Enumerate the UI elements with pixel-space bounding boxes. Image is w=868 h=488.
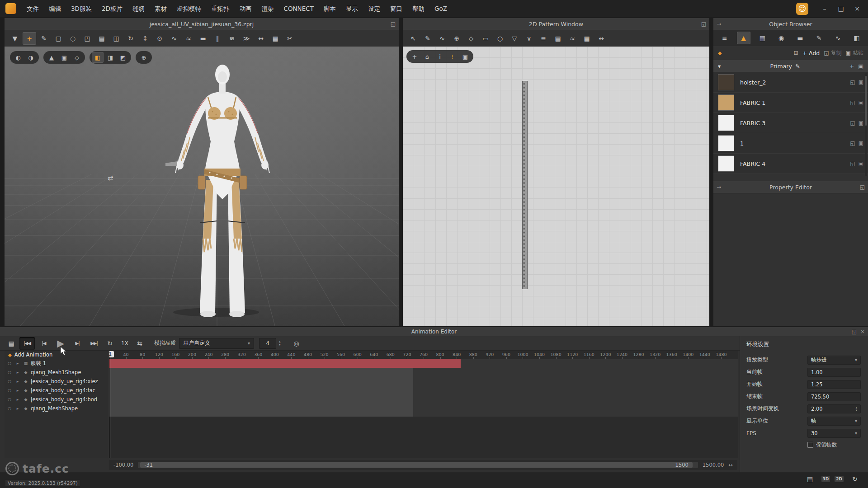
wind-tool[interactable]: ≫ [240,32,253,45]
toggle-3d-window[interactable]: 3D [821,476,830,482]
menu-item-CONNECT[interactable]: CONNECT [278,0,318,17]
step-back-button[interactable]: |◀ [36,337,52,350]
free-sewing-tool[interactable]: ≈ [182,32,195,45]
tab-fabric[interactable]: ▦ [755,32,769,44]
maximize-button[interactable]: □ [834,2,848,15]
minimize-button[interactable]: – [817,2,832,15]
dock-icon[interactable]: ◱ [860,184,865,190]
track-row[interactable]: ○▸◆qiang_MeshShape [5,404,108,413]
mesh-icon[interactable]: ◆ [23,369,29,375]
menu-item-显示[interactable]: 显示 [341,0,363,17]
stats-panel-icon[interactable]: ▤ [803,473,817,485]
pattern-info-icon[interactable]: i [434,51,446,62]
section-expander-icon[interactable]: ▾ [718,63,721,70]
tab-pen[interactable]: ✎ [812,32,826,44]
loop-button[interactable]: ↻ [103,337,117,350]
add-button[interactable]: + Add [802,50,820,56]
menu-item-文件[interactable]: 文件 [22,0,44,17]
collapse-panel-icon[interactable]: → [717,21,721,27]
transform-pattern-tool[interactable]: ↖ [406,32,420,45]
save-item-icon[interactable]: ▣ [859,79,863,85]
tab-stitch[interactable]: ▬ [793,32,807,44]
visibility-toggle-icon[interactable]: ○ [6,378,13,385]
copy-button[interactable]: ◱ 复制 [824,49,841,57]
warning-icon[interactable]: ! [447,51,458,62]
folder-icon[interactable]: ▣ [858,63,863,70]
expand-arrow-icon[interactable]: ▸ [14,405,21,412]
visibility-toggle-icon[interactable]: ○ [6,396,13,403]
pin-tool[interactable]: ⊙ [153,32,166,45]
select-mesh-tool[interactable]: ◌ [66,32,80,45]
rectangle-tool[interactable]: ▭ [479,32,492,45]
show-garment-icon[interactable]: ◑ [25,52,37,63]
fabric-item-row[interactable]: FABRIC 1◱▣ [713,93,868,113]
menu-item-素材[interactable]: 素材 [150,0,172,17]
dart-tool[interactable]: ▽ [508,32,521,45]
substeps-input[interactable]: 4 [259,338,276,349]
expand-arrow-icon[interactable]: ▸ [14,360,21,366]
visibility-toggle-icon[interactable]: ○ [6,369,13,375]
mesh-icon[interactable]: ◆ [23,378,29,385]
track-row[interactable]: ○▸◆Jessica_body_ue_rig4:fac [5,386,108,395]
timeline-body[interactable] [109,359,738,458]
garment-icon[interactable]: ▦ [23,360,29,366]
garment-texture-icon[interactable]: ◧ [92,52,104,63]
menu-item-重拓扑[interactable]: 重拓扑 [206,0,235,17]
clone-item-icon[interactable]: ◱ [850,160,855,167]
close-panel-icon[interactable]: × [860,328,865,335]
2d-pattern-canvas[interactable]: +⌂i!▣ [403,47,709,326]
animation-clip-bar[interactable] [109,359,461,368]
visibility-toggle-icon[interactable]: ○ [6,387,13,394]
jump-to-end-button[interactable]: ▶▶| [86,337,102,350]
setting-input[interactable]: 1.25 [807,380,861,389]
track-row[interactable]: ○▸▦服装 1 [5,359,108,368]
tab-colorway[interactable]: ◧ [850,32,863,44]
keep-frames-checkbox[interactable] [807,442,813,448]
notch-tool[interactable]: ∨ [522,32,536,45]
jump-to-start-button[interactable]: |◀◀ [19,337,35,350]
clone-item-icon[interactable]: ◱ [850,120,855,126]
scissors-tool[interactable]: ✂ [283,32,297,45]
tab-garment[interactable]: ▲ [737,32,750,44]
select-brush-tool[interactable]: ✎ [37,32,51,45]
menu-item-窗口[interactable]: 窗口 [385,0,407,17]
internal-line-tool[interactable]: ≡ [537,32,550,45]
clone-item-icon[interactable]: ◱ [850,79,855,85]
step-forward-button[interactable]: ▶| [70,337,85,350]
save-item-icon[interactable]: ▣ [859,140,863,146]
app-logo-icon[interactable] [5,3,16,14]
scale-tool[interactable]: ↕ [138,32,152,45]
setting-input[interactable]: 725.50 [807,392,861,401]
3d-viewport-canvas[interactable]: ⇄ [5,47,399,326]
fabric-item-row[interactable]: holster_2◱▣ [713,72,868,93]
zipper-tool[interactable]: ∥ [211,32,224,45]
add-colorway-icon[interactable]: + [849,63,854,70]
save-item-icon[interactable]: ▣ [859,120,863,126]
record-button[interactable]: ◎ [290,337,303,350]
simulation-quality-dropdown[interactable]: 用户自定义 ▾ [179,338,254,349]
menu-item-设定[interactable]: 设定 [363,0,385,17]
tab-scene-list[interactable]: ≡ [718,32,731,44]
scrollbar[interactable] [865,73,867,176]
expand-arrow-icon[interactable]: ▸ [14,396,21,403]
mesh-icon[interactable]: ◆ [23,405,29,412]
setting-input[interactable]: 1.00 [807,368,861,377]
expand-arrow-icon[interactable]: ▸ [14,369,21,375]
circle-tool[interactable]: ○ [493,32,507,45]
mirror-tool[interactable]: ◫ [109,32,123,45]
garment-stress-icon[interactable]: ◩ [117,52,129,63]
range-scrollbar-thumb[interactable]: -31 1500 [140,462,692,468]
close-button[interactable]: × [850,2,864,15]
sewing-2d-tool[interactable]: ≈ [566,32,579,45]
pattern-piece[interactable] [522,81,528,289]
menu-item-GoZ[interactable]: GoZ [429,0,452,17]
select-move-tool[interactable]: + [23,32,36,45]
simulate-dropdown-tool[interactable]: ▼ [8,32,22,45]
measure-tool[interactable]: ↔ [254,32,268,45]
visibility-toggle-icon[interactable]: ○ [6,405,13,412]
playhead[interactable] [110,351,111,458]
show-trims-icon[interactable]: ▣ [459,51,471,62]
edit-pattern-tool[interactable]: ✎ [421,32,434,45]
menu-item-3D服装[interactable]: 3D服装 [66,0,97,17]
expand-arrow-icon[interactable]: ▸ [14,378,21,385]
